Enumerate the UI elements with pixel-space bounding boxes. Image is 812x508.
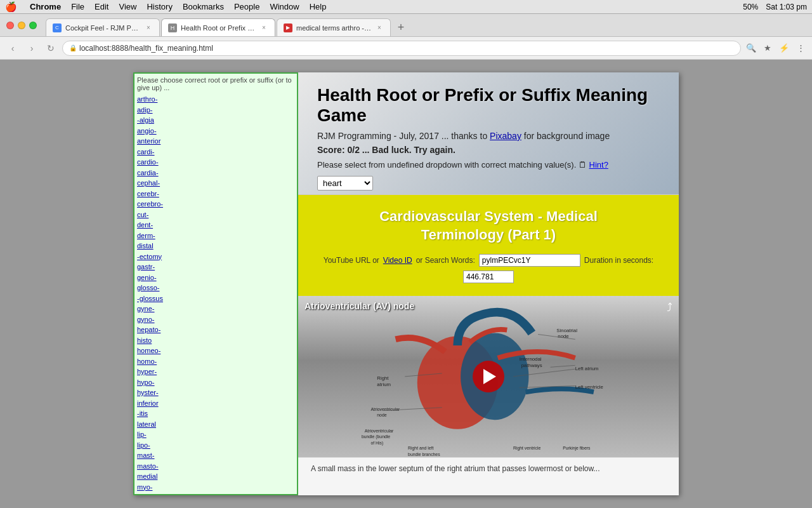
people-menu[interactable]: People	[234, 2, 259, 11]
chrome-menu[interactable]: Chrome	[30, 2, 61, 11]
help-menu[interactable]: Help	[310, 2, 327, 11]
sidebar-item-hypo[interactable]: hypo-	[137, 377, 294, 388]
video-id-input[interactable]	[479, 254, 580, 267]
tab-close-cockpit[interactable]: ×	[144, 23, 153, 32]
history-menu[interactable]: History	[147, 2, 172, 11]
sidebar-item-derm[interactable]: derm-	[137, 231, 294, 241]
sidebar-item-adip[interactable]: adip-	[137, 105, 294, 116]
video-id-link[interactable]: Video ID	[383, 256, 412, 265]
sidebar-item-genio[interactable]: genio-	[137, 272, 294, 283]
sidebar-item-lateral[interactable]: lateral	[137, 419, 294, 430]
bookmark-icon[interactable]: ★	[761, 42, 774, 55]
tab-health[interactable]: H Health Root or Prefix or Suffix... ×	[161, 18, 275, 36]
sidebar-item-inferior[interactable]: inferior	[137, 398, 294, 409]
sidebar-item-gastr[interactable]: gastr-	[137, 262, 294, 272]
url-text: localhost:8888/health_fix_meaning.html	[79, 44, 213, 53]
back-button[interactable]: ‹	[5, 41, 20, 56]
play-button[interactable]	[473, 361, 504, 392]
share-icon[interactable]: ⤴	[667, 301, 672, 314]
sidebar-item-hyper[interactable]: hyper-	[137, 366, 294, 377]
sidebar-item-gyne[interactable]: gyne-	[137, 304, 294, 314]
tab-favicon-cockpit: C	[53, 23, 62, 32]
sidebar-item-cardio[interactable]: cardio-	[137, 157, 294, 168]
tab-medical[interactable]: ▶ medical terms arthro - YouTu... ×	[277, 18, 391, 36]
edit-menu[interactable]: Edit	[95, 2, 108, 11]
sidebar-item-gyno[interactable]: gyno-	[137, 314, 294, 325]
page-container: Please choose correct root or prefix or …	[133, 72, 679, 495]
bookmarks-menu[interactable]: Bookmarks	[183, 2, 224, 11]
sidebar-item-arthro[interactable]: arthro-	[137, 94, 294, 105]
sidebar-item-cardi[interactable]: cardi-	[137, 147, 294, 157]
sidebar-item-glosso[interactable]: glosso-	[137, 283, 294, 293]
sidebar-item-ectomy[interactable]: -ectomy	[137, 251, 294, 262]
sidebar-item-cerebro[interactable]: cerebro-	[137, 199, 294, 210]
duration-input[interactable]	[463, 271, 514, 283]
sidebar-item-lip[interactable]: lip-	[137, 429, 294, 440]
score-text: Score: 0/2 ... Bad luck. Try again.	[317, 145, 660, 155]
sidebar-item-itis[interactable]: -itis	[137, 408, 294, 419]
sidebar-item-mast[interactable]: mast-	[137, 450, 294, 461]
sidebar-item-cerebr[interactable]: cerebr-	[137, 189, 294, 199]
video-title: Cardiovascular System - MedicalTerminolo…	[317, 208, 660, 244]
view-menu[interactable]: View	[119, 2, 136, 11]
video-description: A small mass in the lower septum of the …	[298, 457, 679, 495]
sidebar-item-angio[interactable]: angio-	[137, 126, 294, 137]
sidebar-item-nas[interactable]: nas-	[137, 492, 294, 495]
file-menu[interactable]: File	[71, 2, 84, 11]
svg-text:Left atrium: Left atrium	[575, 366, 599, 371]
hint-link[interactable]: Hint?	[589, 160, 608, 170]
tab-close-medical[interactable]: ×	[375, 23, 384, 32]
lock-icon: 🔒	[69, 44, 77, 51]
tab-label-health: Health Root or Prefix or Suffix...	[181, 24, 256, 32]
sidebar-item-histo[interactable]: histo	[137, 335, 294, 346]
word-select-dropdown[interactable]: heartarthro-adip--algiaangio-anteriorcar…	[317, 176, 373, 190]
sidebar-items-list: arthro-adip--algiaangio-anteriorcardi-ca…	[137, 94, 294, 495]
sidebar-item-lipo[interactable]: lipo-	[137, 440, 294, 451]
sidebar-item-medial[interactable]: medial	[137, 471, 294, 482]
video-url-row: YouTube URL or Video ID or Search Words:…	[317, 254, 660, 267]
sidebar-item-hepato[interactable]: hepato-	[137, 324, 294, 335]
sidebar-item-cut[interactable]: cut-	[137, 210, 294, 220]
sidebar-item-hyster[interactable]: hyster-	[137, 387, 294, 398]
sidebar-item-homeo[interactable]: homeo-	[137, 345, 294, 356]
pixabay-link[interactable]: Pixabay	[490, 131, 521, 141]
svg-line-19	[538, 335, 575, 340]
svg-text:Internodal: Internodal	[520, 357, 542, 363]
omnibar: ‹ › ↻ 🔒 localhost:8888/health_fix_meanin…	[0, 37, 812, 60]
svg-text:Purkinje fibers: Purkinje fibers	[563, 446, 591, 451]
sidebar-item-anterior[interactable]: anterior	[137, 136, 294, 147]
sidebar-item-algia[interactable]: -algia	[137, 115, 294, 126]
sidebar-item-distal[interactable]: distal	[137, 241, 294, 251]
maximize-button[interactable]	[29, 22, 37, 29]
sidebar-header: Please choose correct root or prefix or …	[137, 76, 294, 91]
menu-icon[interactable]: ⋮	[794, 42, 807, 55]
window-menu[interactable]: Window	[270, 2, 299, 11]
sidebar-item-cardia[interactable]: cardia-	[137, 168, 294, 178]
forward-button[interactable]: ›	[24, 41, 39, 56]
sidebar-item-homo[interactable]: homo-	[137, 356, 294, 367]
url-bar[interactable]: 🔒 localhost:8888/health_fix_meaning.html	[62, 41, 741, 56]
sidebar-item-myo[interactable]: myo-	[137, 482, 294, 493]
new-tab-button[interactable]: +	[392, 18, 410, 36]
sidebar-item-dent[interactable]: dent-	[137, 220, 294, 231]
game-subtitle: RJM Programming - July, 2017 ... thanks …	[317, 131, 660, 141]
sidebar-item-cephal[interactable]: cephal-	[137, 178, 294, 189]
browser-content: Please choose correct root or prefix or …	[0, 60, 812, 508]
word-select-row: heartarthro-adip--algiaangio-anteriorcar…	[317, 176, 660, 190]
video-overlay-title: Atrioventricular (AV) node	[304, 301, 414, 311]
tab-cockpit[interactable]: C Cockpit Feel - RJM Programm... ×	[46, 18, 160, 36]
search-icon[interactable]: 🔍	[745, 42, 757, 55]
tab-label-cockpit: Cockpit Feel - RJM Programm...	[65, 24, 140, 32]
svg-text:bundle (bundle: bundle (bundle	[362, 435, 390, 440]
minimize-button[interactable]	[18, 22, 25, 29]
sidebar-item-glossus[interactable]: -glossus	[137, 293, 294, 304]
close-button[interactable]	[6, 22, 14, 29]
sidebar-item-masto[interactable]: masto-	[137, 461, 294, 472]
apple-menu[interactable]: 🍎	[5, 1, 17, 13]
omnibar-actions: 🔍 ★ ⚡ ⋮	[745, 42, 807, 55]
tab-close-health[interactable]: ×	[259, 23, 268, 32]
svg-text:atrium: atrium	[377, 382, 391, 387]
svg-text:Atrioventricular: Atrioventricular	[365, 429, 394, 433]
reload-button[interactable]: ↻	[43, 41, 58, 56]
extensions-icon[interactable]: ⚡	[778, 42, 790, 55]
